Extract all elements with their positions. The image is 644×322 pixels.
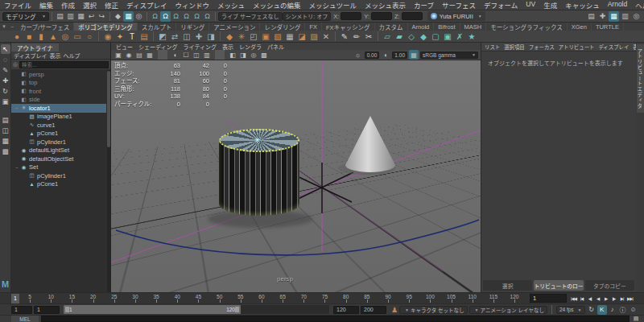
shelf-menu-icon[interactable]: ▾	[0, 23, 8, 30]
shelf-tab[interactable]: Arnold	[408, 23, 435, 31]
script-editor-icon[interactable]: ▤	[632, 316, 640, 322]
menu-item[interactable]: キャッシュ	[561, 0, 604, 10]
layout-shortcut-icon[interactable]: ▦	[1, 136, 10, 146]
tool-icon[interactable]: ↖	[1, 44, 10, 54]
playback-option-icon[interactable]: K	[597, 305, 607, 315]
coordinate-input[interactable]	[402, 12, 423, 20]
range-handle-right[interactable]	[235, 307, 239, 312]
shelf-tool-icon[interactable]	[220, 31, 221, 41]
attribute-editor-button[interactable]: アトリビュートのロード	[534, 280, 583, 291]
file-action-icon[interactable]: ↪	[97, 11, 107, 22]
shelf-tab[interactable]: XGen	[568, 23, 592, 31]
character-set-dropdown[interactable]: ▼キャラクタ セットなし	[399, 306, 468, 314]
menu-item[interactable]: デフォーム	[480, 0, 522, 10]
live-surface-field[interactable]: ライブ サーフェスなし	[218, 12, 283, 21]
shelf-tool-icon[interactable]: ▣	[442, 31, 453, 42]
frame-tick[interactable]: 85	[357, 293, 378, 303]
outliner-item[interactable]: ◫ pCylinder1	[11, 138, 106, 147]
frame-tick[interactable]: 30	[125, 293, 146, 303]
file-action-icon[interactable]: ▥	[65, 11, 76, 22]
shelf-tool-icon[interactable]: ◰	[248, 31, 259, 42]
menu-item[interactable]: ヘルプ	[631, 0, 644, 10]
file-action-icon[interactable]: ▤	[55, 11, 65, 22]
outliner-menu-item[interactable]: ディスプレイ	[14, 52, 47, 60]
command-input[interactable]	[41, 316, 630, 322]
shelf-tool-icon[interactable]	[153, 31, 154, 41]
shelf-tab[interactable]: レンダリング	[260, 23, 305, 31]
frame-tick[interactable]: 55	[230, 293, 251, 303]
menu-item[interactable]: ウィンドウ	[171, 0, 213, 10]
shelf-tool-icon[interactable]: ✏	[351, 31, 362, 42]
viewport-toolbar-icon[interactable]	[215, 50, 225, 60]
scrollbar[interactable]	[107, 70, 110, 292]
outliner-item[interactable]: ◫ pCylinder1	[11, 171, 106, 180]
attribute-editor-menu-item[interactable]: アトリビュート	[557, 43, 597, 51]
shelf-tool-icon[interactable]: ✕	[320, 31, 332, 42]
shelf-tab[interactable]: FXキャッシング	[322, 23, 375, 31]
shelf-tool-icon[interactable]: ◇	[406, 31, 417, 42]
viewport-toolbar-icon[interactable]: ◧	[228, 50, 237, 60]
shelf-tool-icon[interactable]: ◎	[60, 31, 71, 42]
menuset-dropdown[interactable]: モデリング▼	[2, 12, 49, 21]
menu-item[interactable]: ディスプレイ	[122, 0, 171, 10]
sidebar-panel-toggle-icon[interactable]: ▥	[620, 11, 630, 22]
shelf-tool-icon[interactable]: ◩	[157, 31, 168, 42]
playback-button[interactable]: |◀	[578, 294, 585, 303]
shelf-tool-icon[interactable]: ▧	[272, 31, 283, 42]
character-set-icon[interactable]: ♟	[391, 306, 398, 314]
shelf-tool-icon[interactable]: ✎	[339, 31, 350, 42]
menu-item[interactable]: 作成	[57, 0, 79, 10]
shelf-tool-icon[interactable]: ✂	[363, 31, 374, 42]
playback-option-icon[interactable]: ↻	[587, 305, 597, 315]
shelf-tab[interactable]: Bifrost	[434, 23, 460, 31]
viewport-toolbar-icon[interactable]: ☐	[181, 50, 191, 60]
sidebar-panel-toggle-icon[interactable]: ◎	[631, 11, 642, 22]
shelf-tool-icon[interactable]: ◨	[205, 31, 217, 42]
viewport-menu-item[interactable]: ライティング	[181, 43, 219, 51]
shelf-tab[interactable]: アニメーション	[209, 23, 260, 31]
playback-button[interactable]: ▶|	[618, 294, 625, 303]
attribute-editor-menu-item[interactable]: リスト	[483, 43, 502, 51]
menu-item[interactable]: 修正	[101, 0, 122, 10]
menu-item[interactable]: 編集	[35, 0, 57, 10]
outliner-menu-item[interactable]: ヘルプ	[64, 52, 80, 60]
layout-shortcut-icon[interactable]: ◫	[1, 126, 10, 135]
shelf-tool-icon[interactable]: ✚	[193, 31, 204, 42]
outliner-menu-item[interactable]: 表示	[50, 52, 61, 60]
viewport-toolbar-icon[interactable]: ▥	[202, 50, 212, 60]
menu-item[interactable]: メッシュ表示	[361, 0, 410, 10]
outliner-item[interactable]: ◉ defaultLightSet	[11, 147, 106, 155]
viewport-toolbar-icon[interactable]: ◨	[238, 50, 248, 60]
current-frame-marker[interactable]: 1	[11, 294, 19, 303]
shelf-tool-icon[interactable]	[335, 31, 336, 41]
shelf-tool-icon[interactable]: ▨	[308, 31, 320, 42]
selection-mask-icon[interactable]: ◎	[134, 11, 144, 22]
viewport-menu-item[interactable]: パネル	[265, 43, 287, 51]
playback-option-icon[interactable]: ☺	[629, 305, 638, 315]
viewport-toolbar-icon[interactable]: ◐	[171, 50, 180, 60]
playback-button[interactable]: |◀◀	[570, 294, 577, 303]
shelf-collapse-icon[interactable]: −	[8, 24, 16, 30]
menu-item[interactable]: サーフェス	[438, 0, 480, 10]
snap-icon[interactable]: Ω	[160, 11, 171, 22]
outliner-item[interactable]: ◧ top	[11, 79, 106, 88]
shelf-tool-icon[interactable]: ▲	[47, 31, 59, 42]
viewport-menu-item[interactable]: ビュー	[114, 43, 135, 51]
snap-icon[interactable]: Ω	[202, 11, 213, 22]
frame-tick[interactable]: 50	[209, 293, 230, 303]
outliner-item[interactable]: ◉ defaultObjectSet	[11, 155, 106, 163]
shelf-tool-icon[interactable]: ✳	[236, 31, 247, 42]
shelf-tab[interactable]: カーブ/サーフェス	[16, 23, 74, 31]
sidebar-panel-toggle-icon[interactable]: ▤	[586, 11, 597, 22]
shelf-tool-icon[interactable]: ▢	[430, 31, 441, 42]
time-slider[interactable]: 1 51015202530354045505560657075808590951…	[0, 292, 644, 303]
sidebar-panel-toggle-icon[interactable]: ▦	[609, 11, 619, 22]
account-menu[interactable]: Yuta FURUII ▼	[427, 11, 485, 21]
attribute-editor-menu-item[interactable]: フォーカス	[527, 43, 556, 51]
menu-item[interactable]: UV	[522, 0, 539, 10]
layout-shortcut-icon[interactable]: ▩	[1, 147, 10, 156]
shelf-tool-icon[interactable]: ▣	[260, 31, 271, 42]
shelf-tool-icon[interactable]: ●	[11, 31, 23, 42]
shelf-tool-icon[interactable]: ✗	[454, 31, 465, 42]
playback-option-icon[interactable]: ♪	[608, 305, 617, 315]
